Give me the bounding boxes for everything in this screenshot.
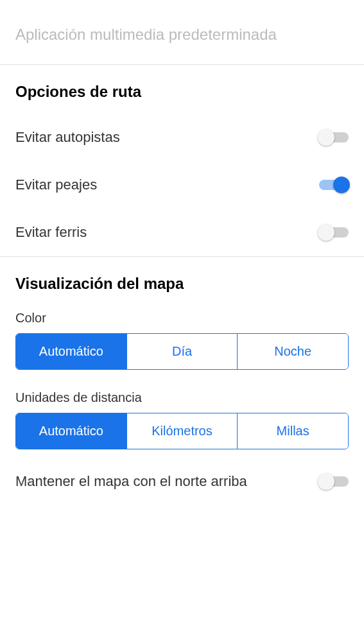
segment-option[interactable]: Automático <box>16 413 127 449</box>
segment-option[interactable]: Kilómetros <box>127 413 238 449</box>
distance-units-segmented-control: AutomáticoKilómetrosMillas <box>15 413 349 449</box>
toggle-knob <box>318 224 334 241</box>
header-partial <box>0 0 364 23</box>
avoid-tolls-toggle[interactable] <box>319 180 349 190</box>
keep-north-up-row: Mantener el mapa con el norte arriba <box>0 465 364 491</box>
avoid-highways-row: Evitar autopistas <box>0 114 364 161</box>
segment-option[interactable]: Automático <box>16 334 127 369</box>
segment-option[interactable]: Millas <box>238 413 348 449</box>
keep-north-up-label: Mantener el mapa con el norte arriba <box>15 473 247 491</box>
toggle-knob <box>333 177 350 193</box>
avoid-ferries-label: Evitar ferris <box>15 224 87 241</box>
keep-north-up-toggle[interactable] <box>319 476 349 487</box>
avoid-ferries-toggle[interactable] <box>319 227 349 238</box>
toggle-knob <box>318 473 334 490</box>
segment-option[interactable]: Día <box>127 334 238 369</box>
color-segmented-control: AutomáticoDíaNoche <box>15 333 349 370</box>
default-media-app-label: Aplicación multimedia predeterminada <box>0 23 364 64</box>
distance-units-label: Unidades de distancia <box>0 385 364 413</box>
route-options-header: Opciones de ruta <box>0 65 364 114</box>
color-label: Color <box>0 306 364 333</box>
map-display-header: Visualización del mapa <box>0 257 364 306</box>
toggle-knob <box>318 129 334 146</box>
avoid-ferries-row: Evitar ferris <box>0 209 364 256</box>
avoid-highways-toggle[interactable] <box>319 132 349 143</box>
segment-option[interactable]: Noche <box>238 334 348 369</box>
avoid-highways-label: Evitar autopistas <box>15 129 120 146</box>
avoid-tolls-label: Evitar peajes <box>15 177 97 193</box>
avoid-tolls-row: Evitar peajes <box>0 161 364 209</box>
